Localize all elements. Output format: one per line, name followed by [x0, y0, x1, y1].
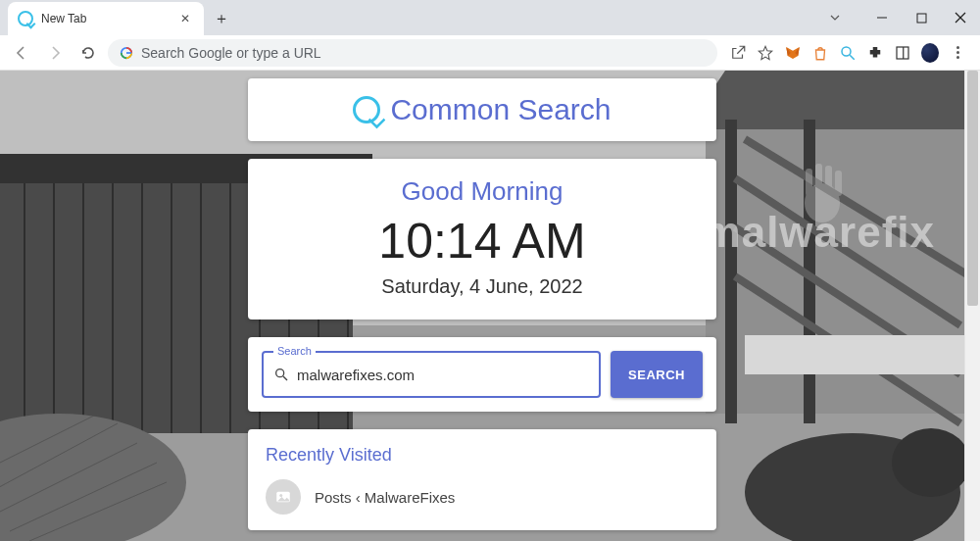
date-text: Saturday, 4 June, 2022 [248, 275, 716, 298]
svg-rect-8 [897, 47, 908, 59]
share-icon[interactable] [729, 44, 747, 62]
page-content: malwarefix Common Search Good Morning 10… [0, 71, 964, 541]
reading-list-icon[interactable] [894, 44, 911, 62]
svg-line-49 [283, 376, 287, 380]
search-icon [18, 11, 33, 26]
close-icon[interactable]: ✕ [176, 10, 194, 27]
list-item[interactable]: Posts ‹ MalwareFixes [266, 479, 699, 515]
new-tab-button[interactable]: ＋ [204, 3, 239, 35]
metamask-icon[interactable] [784, 44, 802, 62]
time-text: 10:14 AM [248, 213, 716, 270]
browser-tab[interactable]: New Tab ✕ [8, 2, 204, 35]
watermark-hand-icon [788, 159, 857, 231]
window-titlebar: New Tab ✕ ＋ [0, 0, 980, 35]
clock-card: Good Morning 10:14 AM Saturday, 4 June, … [248, 159, 716, 320]
recently-visited-title: Recently Visited [266, 445, 699, 466]
brand-card: Common Search [248, 78, 716, 141]
google-icon [120, 46, 133, 60]
scrollbar-thumb[interactable] [967, 71, 978, 306]
close-window-button[interactable] [941, 4, 980, 31]
tab-title: New Tab [41, 12, 169, 25]
svg-rect-40 [745, 335, 964, 374]
back-button[interactable] [8, 39, 35, 67]
search-icon [353, 96, 380, 123]
svg-point-51 [279, 494, 282, 497]
extension-icons [723, 44, 972, 62]
svg-point-48 [276, 369, 284, 377]
page-viewport: malwarefix Common Search Good Morning 10… [0, 71, 980, 541]
minimize-button[interactable] [862, 4, 902, 31]
search-extension-icon[interactable] [839, 44, 857, 62]
address-bar[interactable]: Search Google or type a URL [108, 39, 717, 67]
image-placeholder-icon [266, 479, 301, 515]
maximize-button[interactable] [902, 4, 941, 31]
list-item-label: Posts ‹ MalwareFixes [315, 489, 455, 506]
window-controls [815, 0, 980, 35]
svg-rect-46 [825, 166, 832, 196]
svg-point-6 [842, 47, 851, 56]
browser-menu-button[interactable] [949, 44, 966, 62]
reload-button[interactable] [74, 39, 102, 67]
search-input[interactable] [297, 367, 589, 383]
omnibox-placeholder: Search Google or type a URL [141, 45, 321, 61]
tabs-dropdown-button[interactable] [815, 4, 855, 31]
extensions-puzzle-icon[interactable] [866, 44, 884, 62]
bookmark-star-icon[interactable] [757, 44, 774, 62]
shopping-bag-icon[interactable] [811, 44, 829, 62]
search-legend: Search [273, 345, 316, 357]
search-card: Search SEARCH [248, 337, 716, 412]
brand-title: Common Search [390, 93, 611, 126]
scrollbar[interactable] [964, 71, 980, 541]
search-field[interactable]: Search [262, 351, 601, 398]
recently-visited-card: Recently Visited Posts ‹ MalwareFixes [248, 429, 716, 530]
forward-button[interactable] [41, 39, 69, 67]
svg-rect-47 [835, 171, 842, 196]
svg-line-7 [850, 55, 855, 60]
profile-avatar[interactable] [921, 44, 939, 62]
search-icon [273, 367, 289, 382]
svg-rect-45 [815, 164, 822, 196]
svg-rect-34 [725, 120, 737, 423]
greeting-text: Good Morning [248, 176, 716, 207]
browser-toolbar: Search Google or type a URL [0, 35, 980, 71]
svg-rect-1 [917, 14, 926, 23]
svg-rect-44 [806, 169, 812, 196]
search-button[interactable]: SEARCH [611, 351, 703, 398]
center-column: Common Search Good Morning 10:14 AM Satu… [248, 78, 716, 541]
